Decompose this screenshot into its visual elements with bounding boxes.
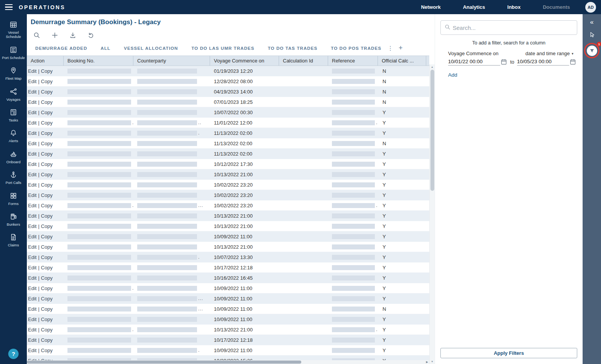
copy-link[interactable]: Copy [41,141,53,146]
tab[interactable]: VESSEL ALLOCATION [124,46,178,51]
copy-link[interactable]: Copy [41,203,53,208]
column-header[interactable]: Counterparty [133,56,210,66]
sidebar-item-tasks[interactable]: Tasks [0,105,27,126]
sidebar-item-port-schedule[interactable]: Port Schedule [0,43,27,63]
sidebar-item-bunkers[interactable]: Bunkers [0,209,27,230]
edit-link[interactable]: Edit [28,213,36,219]
copy-link[interactable]: Copy [41,265,53,271]
topnav-item[interactable]: Documents [543,4,570,10]
sidebar-item-forms[interactable]: Forms [0,189,27,209]
filter-to-input[interactable] [517,58,569,66]
tab[interactable]: DEMURRAGE ADDED [35,46,87,51]
copy-link[interactable]: Copy [41,275,53,281]
edit-link[interactable]: Edit [28,306,36,312]
tab[interactable]: ALL [101,46,111,51]
edit-link[interactable]: Edit [28,327,36,333]
add-view-icon[interactable]: + [399,44,403,52]
edit-link[interactable]: Edit [28,79,36,84]
column-header[interactable]: Reference [328,56,378,66]
scroll-up-icon[interactable]: ▲ [430,64,435,69]
edit-link[interactable]: Edit [28,89,36,95]
vertical-scroll-thumb[interactable] [430,70,434,191]
filter-from-input[interactable] [448,58,500,66]
collapse-panel-icon[interactable]: « [590,19,593,25]
edit-link[interactable]: Edit [28,285,36,291]
download-icon[interactable] [69,32,76,39]
edit-link[interactable]: Edit [28,337,36,343]
edit-link[interactable]: Edit [28,182,36,188]
copy-link[interactable]: Copy [41,316,53,322]
edit-link[interactable]: Edit [28,172,36,177]
sidebar-item-fleet-map[interactable]: Fleet Map [0,63,27,84]
sidebar-item-voyages[interactable]: Voyages [0,84,27,105]
edit-link[interactable]: Edit [28,141,36,146]
copy-link[interactable]: Copy [41,68,53,74]
add-filter-link[interactable]: Add [448,72,457,78]
copy-link[interactable]: Copy [41,296,53,302]
user-avatar[interactable]: AD [585,2,596,13]
edit-link[interactable]: Edit [28,296,36,302]
add-icon[interactable] [51,32,58,39]
tab[interactable]: TO DO TAS TRADES [268,46,318,51]
edit-link[interactable]: Edit [28,120,36,126]
edit-link[interactable]: Edit [28,244,36,250]
sidebar-item-vessel-schedule[interactable]: Vessel Schedule [0,17,27,43]
copy-link[interactable]: Copy [41,192,53,198]
edit-link[interactable]: Edit [28,254,36,260]
edit-link[interactable]: Edit [28,348,36,353]
sidebar-item-claims[interactable]: Claims [0,230,27,251]
filter-funnel-button[interactable] [587,46,597,56]
tab-overflow-icon[interactable]: ⋮ [388,45,393,52]
topnav-item[interactable]: Network [421,4,440,10]
search-icon[interactable] [33,32,40,39]
copy-link[interactable]: Copy [41,110,53,115]
copy-link[interactable]: Copy [41,254,53,260]
copy-link[interactable]: Copy [41,213,53,219]
column-header[interactable]: Calculation Id [279,56,328,66]
tab[interactable]: TO DO LAS UMR TRADES [191,46,254,51]
copy-link[interactable]: Copy [41,348,53,353]
copy-link[interactable]: Copy [41,151,53,157]
edit-link[interactable]: Edit [28,223,36,229]
tab[interactable]: TO DO POS TRADES [331,46,381,51]
edit-link[interactable]: Edit [28,275,36,281]
calendar-icon[interactable] [501,59,507,65]
edit-link[interactable]: Edit [28,151,36,157]
column-header[interactable]: Voyage Commence on [210,56,279,66]
sidebar-item-alerts[interactable]: Alerts [0,126,27,146]
column-header[interactable]: Action [27,56,64,66]
copy-link[interactable]: Copy [41,285,53,291]
horizontal-scrollbar[interactable]: ▶ [27,360,429,364]
edit-link[interactable]: Edit [28,110,36,115]
edit-link[interactable]: Edit [28,203,36,208]
column-search-input[interactable] [453,25,573,31]
copy-link[interactable]: Copy [41,99,53,105]
help-button[interactable]: ? [8,349,19,359]
edit-link[interactable]: Edit [28,265,36,271]
edit-link[interactable]: Edit [28,161,36,167]
edit-link[interactable]: Edit [28,192,36,198]
copy-link[interactable]: Copy [41,89,53,95]
filter-type-dropdown[interactable]: date and time range ▾ [525,51,573,56]
apply-filters-button[interactable]: Apply Filters [440,348,577,358]
topnav-item[interactable]: Inbox [507,4,521,10]
copy-link[interactable]: Copy [41,172,53,177]
copy-link[interactable]: Copy [41,182,53,188]
horizontal-scroll-thumb[interactable] [27,361,301,364]
copy-link[interactable]: Copy [41,244,53,250]
edit-link[interactable]: Edit [28,68,36,74]
sidebar-item-port-calls[interactable]: Port Calls [0,167,27,188]
hamburger-menu-icon[interactable] [5,4,13,10]
scroll-down-icon[interactable]: ▼ [430,359,435,364]
topnav-item[interactable]: Analytics [463,4,485,10]
copy-link[interactable]: Copy [41,161,53,167]
edit-link[interactable]: Edit [28,234,36,239]
column-header[interactable]: Official Calc ... [378,56,426,66]
copy-link[interactable]: Copy [41,234,53,239]
sidebar-item-onboard[interactable]: Onboard [0,147,27,167]
copy-link[interactable]: Copy [41,223,53,229]
copy-link[interactable]: Copy [41,79,53,84]
copy-link[interactable]: Copy [41,120,53,126]
copy-link[interactable]: Copy [41,337,53,343]
edit-link[interactable]: Edit [28,316,36,322]
